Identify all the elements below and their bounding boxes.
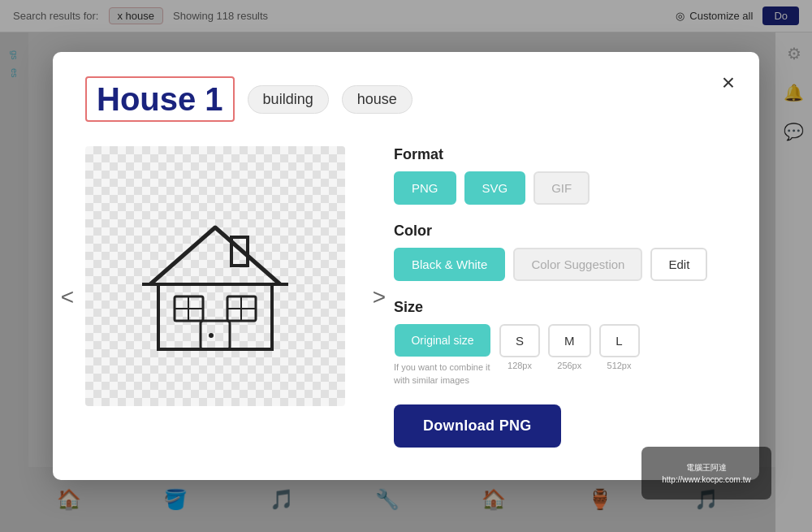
next-arrow-button[interactable]: > bbox=[365, 283, 394, 312]
modal-dialog: × House 1 building house < bbox=[53, 52, 759, 480]
modal-header: House 1 building house bbox=[85, 76, 727, 122]
size-section: Size Original size If you want to combin… bbox=[394, 299, 727, 387]
size-l-button[interactable]: L bbox=[599, 324, 640, 357]
size-m-option: M 256px bbox=[548, 324, 591, 370]
page-background: Search results for: x house Showing 118 … bbox=[0, 0, 812, 532]
prev-arrow-button[interactable]: < bbox=[53, 283, 82, 312]
size-l-px: 512px bbox=[607, 361, 632, 370]
size-m-button[interactable]: M bbox=[548, 324, 591, 357]
watermark: 電腦王阿達 http://www.kocpc.com.tw bbox=[641, 447, 771, 500]
color-suggestion-button[interactable]: Color Suggestion bbox=[513, 248, 642, 281]
color-bw-button[interactable]: Black & White bbox=[394, 248, 505, 281]
svg-rect-8 bbox=[201, 321, 230, 349]
size-s-button[interactable]: S bbox=[499, 324, 540, 357]
original-size-note: If you want to combine it with similar i… bbox=[394, 361, 491, 387]
close-button[interactable]: × bbox=[722, 71, 735, 94]
color-label: Color bbox=[394, 223, 727, 240]
format-button-group: PNG SVG GIF bbox=[394, 171, 727, 205]
image-preview bbox=[85, 146, 345, 406]
format-label: Format bbox=[394, 146, 727, 163]
size-button-group: Original size If you want to combine it … bbox=[394, 324, 727, 387]
tag-building[interactable]: building bbox=[248, 85, 329, 114]
color-edit-button[interactable]: Edit bbox=[650, 248, 707, 281]
color-button-group: Black & White Color Suggestion Edit bbox=[394, 248, 727, 281]
format-gif-button[interactable]: GIF bbox=[533, 171, 590, 205]
format-svg-button[interactable]: SVG bbox=[464, 171, 526, 205]
size-m-px: 256px bbox=[557, 361, 581, 370]
controls-panel: Format PNG SVG GIF Color Black & White C… bbox=[394, 146, 727, 448]
download-button[interactable]: Download PNG bbox=[394, 404, 561, 448]
watermark-line2: http://www.kocpc.com.tw bbox=[662, 474, 750, 486]
format-section: Format PNG SVG GIF bbox=[394, 146, 727, 205]
modal-body: < bbox=[85, 146, 727, 448]
original-size-option: Original size If you want to combine it … bbox=[394, 324, 491, 387]
size-label: Size bbox=[394, 299, 727, 316]
size-s-px: 128px bbox=[508, 361, 532, 370]
image-preview-container: < bbox=[85, 146, 361, 448]
format-png-button[interactable]: PNG bbox=[394, 171, 456, 205]
watermark-line1: 電腦王阿達 bbox=[686, 461, 727, 474]
svg-point-9 bbox=[209, 333, 214, 338]
size-l-option: L 512px bbox=[599, 324, 640, 370]
size-s-option: S 128px bbox=[499, 324, 540, 370]
modal-title: House 1 bbox=[85, 76, 235, 122]
tag-house[interactable]: house bbox=[342, 85, 412, 114]
house-illustration bbox=[134, 195, 296, 357]
color-section: Color Black & White Color Suggestion Edi… bbox=[394, 223, 727, 281]
original-size-button[interactable]: Original size bbox=[395, 324, 490, 357]
